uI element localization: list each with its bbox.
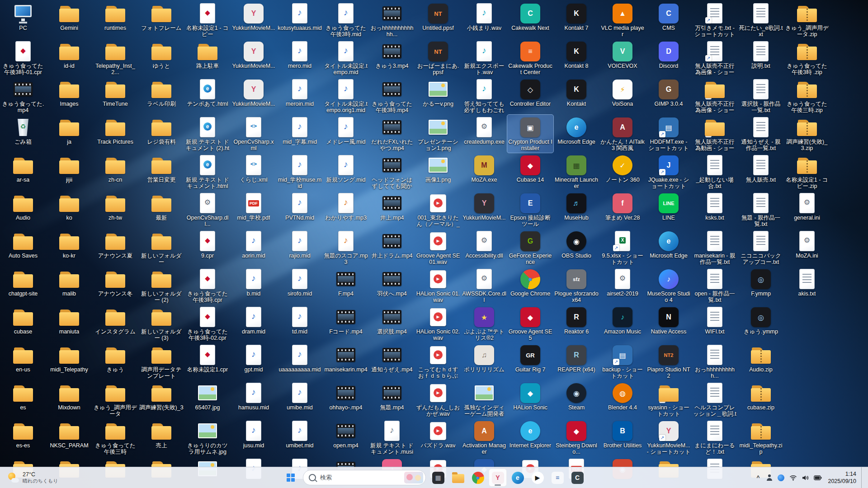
- desktop-icon[interactable]: VVOICEVOX: [599, 39, 646, 77]
- taskbar-app-media-player[interactable]: ▶: [528, 469, 547, 487]
- desktop-icon[interactable]: ko-kr: [46, 229, 92, 267]
- desktop-icon[interactable]: きゅう食ってた午後三時.zip: [784, 77, 830, 115]
- desktop-icon[interactable]: gpt.mid: [231, 343, 277, 380]
- desktop-icon[interactable]: 名称未設定1 - コピー: [184, 1, 231, 39]
- desktop-icon[interactable]: ↗9.5.xlsx - ショートカット: [599, 229, 646, 267]
- desktop-icon[interactable]: ◎F.ymmp: [738, 267, 784, 305]
- desktop-icon[interactable]: ごみ箱: [0, 115, 46, 153]
- desktop-icon[interactable]: ▣Crypton Product Installer: [507, 115, 553, 153]
- desktop-icon[interactable]: まにまにわーるど！.txt: [692, 418, 738, 456]
- desktop-icon[interactable]: id-id: [46, 39, 92, 77]
- desktop-icon[interactable]: ニコニコバックアップコー.txt: [738, 229, 784, 267]
- desktop-icon[interactable]: rajio.mid: [277, 229, 323, 267]
- desktop-icon[interactable]: general.ini: [784, 191, 830, 229]
- desktop-icon[interactable]: 無人販売.txt: [738, 153, 784, 191]
- desktop-icon[interactable]: 新規エクスポート.wav: [461, 39, 507, 77]
- desktop-icon[interactable]: きゅう食ってた午後3時 .zip: [784, 39, 830, 77]
- desktop-icon[interactable]: 65407.jpg: [184, 380, 231, 418]
- desktop-icon[interactable]: 新しいフォルダー: [138, 229, 184, 267]
- desktop-icon[interactable]: 通知うぜえ - 親作品一覧.txt: [738, 115, 784, 153]
- desktop-icon[interactable]: ◇Controller Editor: [507, 77, 553, 115]
- desktop-icon[interactable]: Fコード.mp4: [323, 305, 369, 343]
- desktop-icon[interactable]: BBrother Utilities: [599, 418, 646, 456]
- desktop-icon[interactable]: GGeForce Experience: [507, 229, 553, 267]
- desktop-icon[interactable]: mid_学校muse.mid: [277, 153, 323, 191]
- desktop-icon[interactable]: アナウンス冬: [92, 267, 138, 305]
- desktop-icon[interactable]: ↗無人販売不正行為画像 - ショートカッ...: [692, 39, 738, 77]
- taskbar-app-ymm4[interactable]: Y: [489, 469, 507, 487]
- desktop-icon[interactable]: おっhhhhhhhhhhhh...: [369, 1, 415, 39]
- desktop-icon[interactable]: ksks.txt: [692, 191, 738, 229]
- desktop-icon[interactable]: きゅう3.mp4: [369, 39, 415, 77]
- desktop-icon[interactable]: ◉OBS Studio: [553, 229, 599, 267]
- desktop-icon[interactable]: ◆HALion Sonic: [507, 380, 553, 418]
- desktop-icon[interactable]: ◆Steinberg Downlo...: [553, 418, 599, 456]
- desktop-icon[interactable]: Audio: [0, 191, 46, 229]
- desktop-icon[interactable]: jusu.mid: [231, 418, 277, 456]
- desktop-icon[interactable]: RReaktor 6: [553, 305, 599, 343]
- taskbar-app-movie-app[interactable]: ▦: [429, 469, 447, 487]
- desktop-icon[interactable]: hamusu.mid: [231, 380, 277, 418]
- desktop-icon[interactable]: zh-cn: [92, 153, 138, 191]
- desktop-icon[interactable]: en-us: [0, 343, 46, 380]
- desktop-icon[interactable]: きゅう食ってた午後3時-01.cpr: [0, 39, 46, 77]
- search-highlight-image[interactable]: [404, 472, 423, 483]
- taskbar-clock[interactable]: 1:14 2025/09/10: [827, 470, 856, 485]
- desktop-icon[interactable]: 新しいフォルダー (3): [138, 305, 184, 343]
- desktop-icon[interactable]: Accessibility.dll: [461, 229, 507, 267]
- desktop-icon[interactable]: ヘッドフォンはずしてても聞かゆ.mp4: [369, 153, 415, 191]
- desktop-icon[interactable]: 新規ソング.mid: [323, 153, 369, 191]
- onedrive-icon[interactable]: [778, 474, 784, 481]
- desktop-icon[interactable]: 新規 テキスト ドキュメント (2).html: [184, 115, 231, 153]
- desktop-icon[interactable]: ▦Minecraft Launcher: [553, 153, 599, 191]
- desktop-icon[interactable]: Audio.zip: [738, 343, 784, 380]
- desktop-icon[interactable]: 最新: [138, 191, 184, 229]
- desktop-icon[interactable]: くらじ.xml: [231, 153, 277, 191]
- desktop-icon[interactable]: PC: [0, 1, 46, 39]
- desktop-icon[interactable]: NTおーばーまにあ.ppsf: [415, 39, 461, 77]
- desktop-icon[interactable]: タイトル未設定.tempo.orig1.mid: [323, 77, 369, 115]
- desktop-icon[interactable]: 井上ドラム.mp4: [369, 229, 415, 267]
- desktop-icon[interactable]: 路上駐車: [184, 39, 231, 77]
- desktop-icon[interactable]: だれだFXいれたやつ.mp4: [369, 115, 415, 153]
- desktop-icon[interactable]: 新規 テキスト ドキュメント.musicxml: [369, 418, 415, 456]
- desktop-icon[interactable]: WIFI.txt: [692, 305, 738, 343]
- desktop-icon[interactable]: HALion Sonic 02.wav: [415, 305, 461, 343]
- desktop-icon[interactable]: YYukkuriMovieM...: [231, 39, 277, 77]
- desktop-icon[interactable]: きゅう_調声用データ.zip: [784, 1, 830, 39]
- desktop-icon[interactable]: KKontakt 7: [553, 1, 599, 39]
- desktop-icon[interactable]: ◍Blender 4.4: [599, 380, 646, 418]
- desktop-icon[interactable]: open - 親作品一覧.txt: [692, 267, 738, 305]
- desktop-icon[interactable]: ♪MuseScore Studio 4: [646, 267, 692, 305]
- desktop-icon[interactable]: F.mp4: [323, 267, 369, 305]
- desktop-icon[interactable]: cubase: [0, 305, 46, 343]
- desktop-icon[interactable]: 001_東北きりたん（ノーマル）_今しゃ...: [415, 191, 461, 229]
- search-box[interactable]: 検索: [303, 470, 426, 485]
- desktop-icon[interactable]: eMicrosoft Edge: [646, 229, 692, 267]
- desktop-icon[interactable]: ★ぷよぷよ™テトリス®2: [461, 305, 507, 343]
- desktop-icon[interactable]: OpenCvSharp.xml: [231, 115, 277, 153]
- desktop-icon[interactable]: きゅう食ってた午後三時: [92, 418, 138, 456]
- desktop-icon[interactable]: ↗無人販売不正行為動画 - ショートカット: [692, 115, 738, 153]
- desktop-icon[interactable]: Groove Agent SE 01.wav: [415, 229, 461, 267]
- desktop-icon[interactable]: おっhhhhhhhhhh...: [692, 343, 738, 380]
- desktop-icon[interactable]: eInternet Explorer: [507, 418, 553, 456]
- desktop-icon[interactable]: 通知うぜえ.mp4: [369, 343, 415, 380]
- people-icon[interactable]: [766, 474, 773, 481]
- desktop-icon[interactable]: 死にたい_e歌詞.txt: [738, 1, 784, 39]
- desktop-icon[interactable]: mero.mid: [277, 39, 323, 77]
- desktop-icon[interactable]: PVTNd.mid: [277, 191, 323, 229]
- desktop-icon[interactable]: f筆まめ Ver.28: [599, 191, 646, 229]
- taskbar-app-edge[interactable]: e: [509, 469, 527, 487]
- desktop-icon[interactable]: きゅう食ってた午後3時.mid: [323, 1, 369, 39]
- desktop-icon[interactable]: YYukkuriMovieM...: [461, 191, 507, 229]
- desktop-icon[interactable]: ≡Cakewalk Product Center: [507, 39, 553, 77]
- desktop-icon[interactable]: es-es: [0, 418, 46, 456]
- desktop-icon[interactable]: dram.mid: [231, 305, 277, 343]
- desktop-icon[interactable]: ▤↗HDDFMT.exe - ショートカット: [646, 115, 692, 153]
- desktop-icon[interactable]: jijii: [46, 153, 92, 191]
- desktop-icon[interactable]: eMicrosoft Edge: [553, 115, 599, 153]
- desktop-icon[interactable]: OpenCvSharp.dll...: [184, 191, 231, 229]
- desktop-icon[interactable]: akis.txt: [784, 267, 830, 305]
- desktop-icon[interactable]: 調声用データテンプレート: [138, 343, 184, 380]
